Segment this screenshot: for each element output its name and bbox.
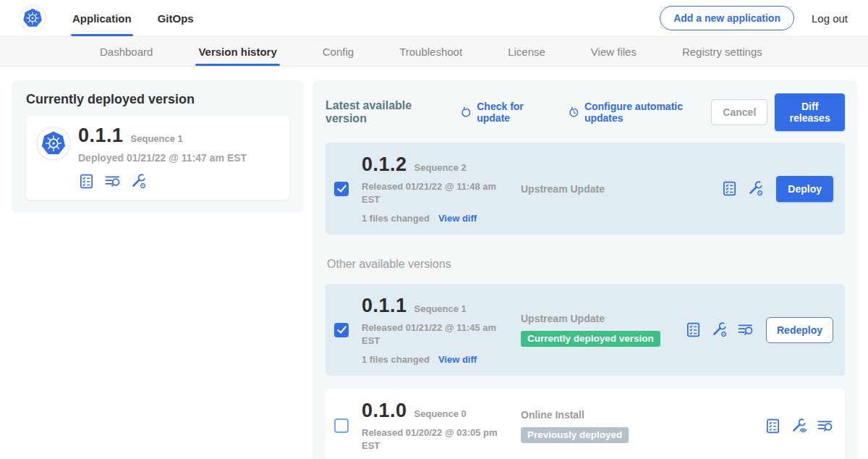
version-source-label: Upstream Update — [521, 313, 685, 324]
version-source-label: Online Install — [521, 409, 765, 421]
sequence-label: Sequence 2 — [414, 162, 467, 173]
released-timestamp: Released 01/21/22 @ 11:45 am EST — [362, 321, 506, 347]
tab-label: Troubleshoot — [399, 46, 462, 58]
tab-license[interactable]: License — [508, 37, 545, 66]
redeploy-button[interactable]: Redeploy — [766, 317, 833, 343]
released-timestamp: Released 01/20/22 @ 03:05 pm EST — [362, 426, 506, 452]
tab-troubleshoot[interactable]: Troubleshoot — [399, 37, 462, 66]
release-notes-magnifier-icon[interactable] — [817, 418, 833, 434]
tab-view-files[interactable]: View files — [591, 37, 637, 66]
header-actions: Add a new application Log out — [660, 6, 848, 30]
nav-tab-gitops[interactable]: GitOps — [156, 0, 195, 36]
tab-dashboard[interactable]: Dashboard — [100, 37, 153, 66]
latest-version-title: Latest available version — [326, 99, 444, 125]
deploy-button[interactable]: Deploy — [776, 176, 833, 202]
tab-label: Config — [323, 46, 354, 58]
preflight-checklist-icon[interactable] — [78, 173, 95, 190]
other-versions-title: Other available versions — [327, 258, 845, 271]
edit-config-wrench-gear-icon[interactable] — [130, 173, 147, 190]
cancel-button[interactable]: Cancel — [711, 99, 767, 125]
clock-arrow-icon — [568, 106, 580, 119]
preflight-checklist-icon[interactable] — [765, 418, 781, 434]
deployed-version-card: 0.1.1 Sequence 1 Deployed 01/21/22 @ 11:… — [26, 116, 289, 200]
tab-label: Registry settings — [682, 46, 762, 58]
released-timestamp: Released 01/21/22 @ 11:48 am EST — [362, 180, 506, 206]
primary-nav: Application GitOps — [71, 0, 218, 36]
tab-label: Dashboard — [100, 46, 153, 58]
deployed-version-number: 0.1.1 — [78, 125, 124, 147]
kubernetes-app-icon — [36, 126, 71, 161]
view-config-wrench-eye-icon[interactable] — [791, 418, 807, 434]
deployed-sequence-label: Sequence 1 — [131, 133, 183, 144]
previously-deployed-badge: Previously deployed — [521, 427, 629, 443]
edit-config-wrench-gear-icon[interactable] — [711, 321, 728, 338]
version-checkbox[interactable] — [334, 182, 349, 196]
kubernetes-logo-icon[interactable] — [19, 4, 46, 32]
subnav-tabs: Dashboard Version history Config Trouble… — [0, 37, 868, 66]
main-content: Currently deployed version 0.1.1 Sequenc… — [0, 67, 868, 459]
tab-label: View files — [591, 46, 637, 58]
currently-deployed-badge: Currently deployed version — [521, 331, 660, 347]
check-for-update-link[interactable]: Check for update — [460, 101, 552, 124]
version-checkbox[interactable] — [334, 323, 349, 337]
versions-panel-header: Latest available version Check for updat… — [326, 93, 845, 131]
tab-version-history[interactable]: Version history — [198, 37, 276, 66]
version-checkbox[interactable] — [334, 418, 349, 433]
app-header: Application GitOps Add a new application… — [0, 0, 868, 36]
configure-updates-label: Configure automatic updates — [584, 101, 711, 124]
version-number: 0.1.0 — [362, 400, 407, 422]
tab-label: License — [508, 46, 545, 58]
preflight-checklist-icon[interactable] — [721, 180, 738, 197]
tab-label: Version history — [198, 46, 276, 58]
version-card: 0.1.0 Sequence 0 Released 01/20/22 @ 03:… — [326, 389, 845, 459]
check-for-update-label: Check for update — [477, 101, 551, 124]
files-changed-label: 1 files changed — [362, 213, 430, 224]
version-number: 0.1.1 — [362, 295, 407, 317]
sequence-label: Sequence 0 — [414, 408, 467, 419]
view-diff-link[interactable]: View diff — [438, 354, 477, 365]
version-card: 0.1.2 Sequence 2 Released 01/21/22 @ 11:… — [326, 143, 845, 235]
nav-tab-application[interactable]: Application — [71, 0, 133, 36]
configure-automatic-updates-link[interactable]: Configure automatic updates — [568, 101, 712, 124]
diff-releases-button[interactable]: Diff releases — [775, 93, 845, 131]
nav-tab-label: GitOps — [158, 12, 194, 25]
logout-link[interactable]: Log out — [812, 12, 848, 25]
available-versions-panel: Latest available version Check for updat… — [312, 80, 858, 459]
view-diff-link[interactable]: View diff — [438, 213, 477, 224]
tab-registry-settings[interactable]: Registry settings — [682, 37, 762, 66]
version-source-label: Upstream Update — [521, 183, 721, 195]
deployed-panel-title: Currently deployed version — [26, 92, 289, 107]
version-card: 0.1.1 Sequence 1 Released 01/21/22 @ 11:… — [326, 284, 845, 376]
sequence-label: Sequence 1 — [414, 303, 467, 314]
currently-deployed-panel: Currently deployed version 0.1.1 Sequenc… — [12, 80, 304, 213]
release-notes-magnifier-icon[interactable] — [104, 173, 121, 190]
release-notes-magnifier-icon[interactable] — [737, 321, 754, 338]
circular-arrow-icon — [460, 106, 472, 119]
edit-config-wrench-gear-icon[interactable] — [747, 180, 764, 197]
version-number: 0.1.2 — [362, 153, 407, 176]
app-subnav: Dashboard Version history Config Trouble… — [0, 36, 868, 67]
files-changed-label: 1 files changed — [362, 354, 430, 365]
tab-config[interactable]: Config — [323, 37, 354, 66]
preflight-checklist-icon[interactable] — [685, 321, 702, 338]
deployed-timestamp: Deployed 01/21/22 @ 11:47 am EST — [78, 152, 247, 164]
add-application-button[interactable]: Add a new application — [660, 6, 794, 30]
nav-tab-label: Application — [72, 12, 132, 25]
